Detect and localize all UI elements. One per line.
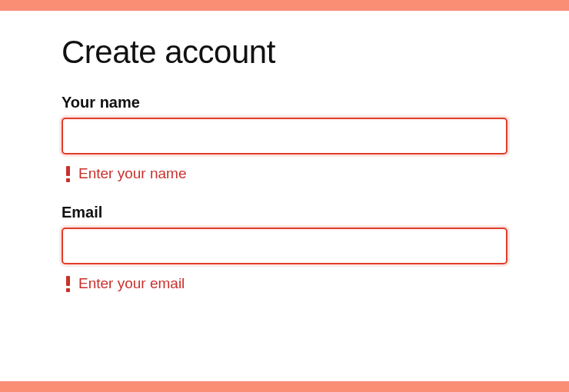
name-field-group: Your name Enter your name	[62, 94, 507, 182]
alert-icon	[65, 275, 71, 292]
bottom-border-bar	[0, 381, 569, 392]
email-error-row: Enter your email	[62, 275, 507, 292]
name-error-row: Enter your name	[62, 165, 507, 182]
email-error-text: Enter your email	[78, 275, 185, 292]
top-border-bar	[0, 0, 569, 11]
email-field-group: Email Enter your email	[62, 204, 507, 292]
page-title: Create account	[62, 34, 507, 71]
form-content: Create account Your name Enter your name…	[0, 11, 569, 292]
name-input[interactable]	[62, 118, 507, 154]
email-label: Email	[62, 204, 507, 221]
name-error-text: Enter your name	[78, 165, 186, 182]
email-input[interactable]	[62, 228, 507, 264]
alert-icon	[65, 165, 71, 182]
name-label: Your name	[62, 94, 507, 111]
